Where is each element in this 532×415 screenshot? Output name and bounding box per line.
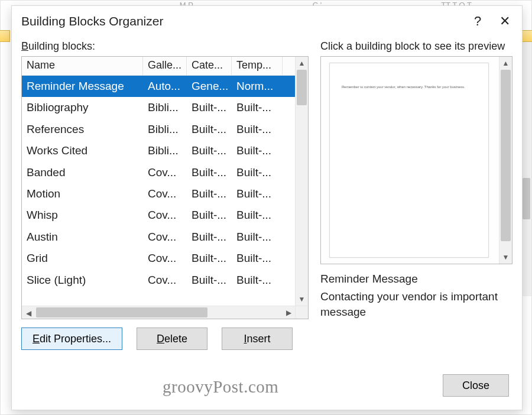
- horizontal-scroll-thumb[interactable]: [36, 307, 207, 317]
- close-button[interactable]: Close: [443, 374, 509, 397]
- cell-template: Built-...: [232, 140, 283, 161]
- building-blocks-organizer-dialog: Building Blocks Organizer ? ✕ Building b…: [11, 5, 523, 410]
- cell-gallery: Bibli...: [143, 140, 187, 161]
- cell-name: Whisp: [22, 205, 143, 226]
- scroll-down-icon[interactable]: ▼: [296, 293, 308, 306]
- table-row[interactable]: BibliographyBibli...Built-...Built-...: [22, 97, 295, 118]
- list-vertical-scrollbar[interactable]: ▲ ▼: [295, 57, 308, 306]
- preview-page-text: Remember to contact your vendor, when ne…: [342, 85, 476, 89]
- preview-box: Remember to contact your vendor, when ne…: [320, 56, 512, 264]
- cell-name: Grid: [22, 248, 143, 269]
- cell-template: Built-...: [232, 97, 283, 118]
- table-row[interactable]: ReferencesBibli...Built-...Built-...: [22, 119, 295, 140]
- cell-name: Reminder Message: [22, 76, 143, 97]
- cell-name: Bibliography: [22, 97, 143, 118]
- cell-category: Built-...: [187, 119, 232, 140]
- scroll-down-icon[interactable]: ▼: [499, 251, 512, 264]
- cell-gallery: Cov...: [143, 270, 187, 291]
- cell-gallery: Auto...: [143, 76, 187, 97]
- cell-gallery: Cov...: [143, 205, 187, 226]
- table-row[interactable]: Reminder MessageAuto...Gene...Norm...: [22, 76, 295, 97]
- cell-template: Built-...: [232, 248, 283, 269]
- table-row[interactable]: Slice (Light)Cov...Built-...Built-...: [22, 270, 295, 291]
- ribbon-decor-left: [0, 30, 10, 42]
- delete-button[interactable]: Delete: [137, 328, 207, 350]
- cell-name: Slice (Light): [22, 270, 143, 291]
- column-headers: Name Galle... Cate... Temp...: [22, 57, 308, 76]
- cell-category: Gene...: [187, 76, 232, 97]
- cell-template: Built-...: [232, 183, 283, 205]
- scroll-up-icon[interactable]: ▲: [499, 57, 512, 70]
- column-header-category[interactable]: Cate...: [187, 57, 232, 75]
- table-row[interactable]: AustinCov...Built-...Built-...: [22, 226, 295, 248]
- list-horizontal-scrollbar[interactable]: ◀ ▶: [22, 306, 295, 319]
- cell-template: Built-...: [232, 270, 283, 291]
- table-row[interactable]: MotionCov...Built-...Built-...: [22, 183, 295, 205]
- ribbon-decor-right: [522, 30, 532, 42]
- preview-item-description: Contacting your vendor is important mess…: [320, 289, 512, 319]
- cell-name: Works Cited: [22, 140, 143, 161]
- cell-template: Built-...: [232, 226, 283, 248]
- scroll-up-icon[interactable]: ▲: [296, 57, 308, 70]
- preview-item-name: Reminder Message: [320, 273, 512, 286]
- table-row[interactable]: Works CitedBibli...Built-...Built-...: [22, 140, 295, 161]
- preview-pane: Click a building block to see its previe…: [320, 37, 512, 410]
- cell-category: Built-...: [187, 205, 232, 226]
- dialog-title: Building Blocks Organizer: [21, 14, 163, 28]
- cell-gallery: Cov...: [143, 183, 187, 205]
- building-blocks-list[interactable]: Name Galle... Cate... Temp... Reminder M…: [21, 56, 309, 319]
- help-button[interactable]: ?: [464, 8, 491, 35]
- cell-category: Built-...: [187, 270, 232, 291]
- table-row[interactable]: WhispCov...Built-...Built-...: [22, 205, 295, 226]
- preview-page-thumbnail: Remember to contact your vendor, when ne…: [329, 63, 489, 258]
- preview-vertical-scrollbar[interactable]: ▲ ▼: [499, 57, 512, 264]
- scroll-left-icon[interactable]: ◀: [22, 307, 35, 320]
- cell-gallery: Cov...: [143, 226, 187, 248]
- table-row[interactable]: BandedCov...Built-...Built-...: [22, 162, 295, 183]
- help-icon: ?: [474, 14, 481, 29]
- cell-category: Built-...: [187, 183, 232, 205]
- preview-label: Click a building block to see its previe…: [320, 37, 512, 56]
- table-row[interactable]: GridCov...Built-...Built-...: [22, 248, 295, 269]
- column-header-name[interactable]: Name: [22, 57, 143, 75]
- list-label: Building blocks:: [21, 37, 309, 56]
- close-icon: ✕: [499, 14, 510, 29]
- cell-gallery: Cov...: [143, 162, 187, 183]
- cell-gallery: Cov...: [143, 248, 187, 269]
- cell-name: Motion: [22, 183, 143, 205]
- cell-gallery: Bibli...: [143, 119, 187, 140]
- column-header-template[interactable]: Temp...: [232, 57, 283, 75]
- cell-template: Built-...: [232, 162, 283, 183]
- scroll-right-icon[interactable]: ▶: [282, 306, 295, 319]
- cell-template: Built-...: [232, 119, 283, 140]
- cell-category: Built-...: [187, 140, 232, 161]
- column-header-gallery[interactable]: Galle...: [143, 57, 187, 75]
- preview-scroll-thumb[interactable]: [501, 70, 511, 241]
- cell-category: Built-...: [187, 162, 232, 183]
- cell-category: Built-...: [187, 248, 232, 269]
- cell-template: Norm...: [232, 76, 283, 97]
- dialog-titlebar: Building Blocks Organizer ? ✕: [12, 6, 522, 37]
- cell-gallery: Bibli...: [143, 97, 187, 118]
- cell-name: Austin: [22, 226, 143, 248]
- edit-properties-button[interactable]: Edit Properties...: [21, 328, 122, 350]
- cell-template: Built-...: [232, 205, 283, 226]
- insert-button[interactable]: Insert: [222, 328, 293, 350]
- cell-name: Banded: [22, 162, 143, 183]
- vertical-scroll-thumb[interactable]: [297, 70, 307, 105]
- dialog-close-button[interactable]: ✕: [491, 8, 518, 35]
- building-blocks-list-pane: Building blocks: Name Galle... Cate... T…: [21, 37, 309, 410]
- cell-name: References: [22, 119, 143, 140]
- scrollbar-corner: [295, 306, 308, 319]
- cell-category: Built-...: [187, 226, 232, 248]
- cell-category: Built-...: [187, 97, 232, 118]
